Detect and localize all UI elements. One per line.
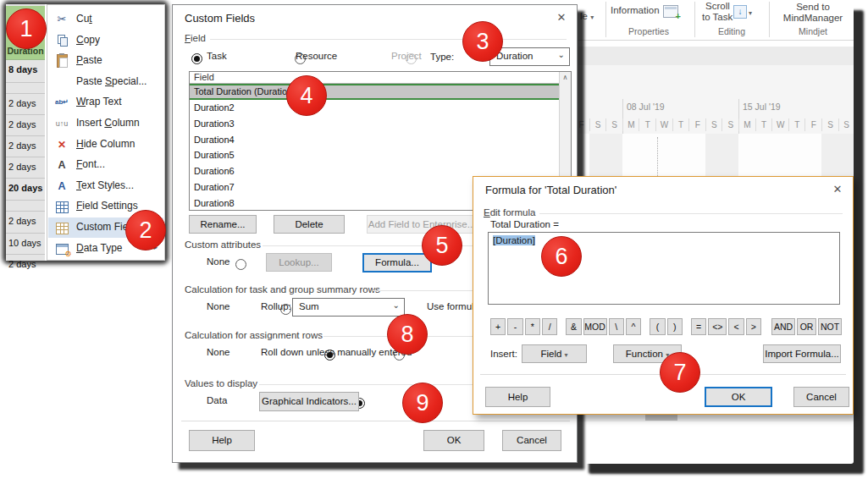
op-minus-button[interactable]: - bbox=[507, 318, 522, 335]
op-mod-button[interactable]: MOD bbox=[583, 318, 607, 335]
task-radio-label[interactable]: Task bbox=[207, 51, 227, 61]
group-divider bbox=[210, 39, 567, 40]
cancel-button[interactable]: Cancel bbox=[793, 387, 849, 407]
step-badge-9: 9 bbox=[402, 383, 443, 423]
scroll-to-task-button[interactable]: Scroll bbox=[705, 1, 730, 11]
menu-item-copy[interactable]: Copy bbox=[48, 30, 163, 51]
rename-button[interactable]: Rename... bbox=[189, 215, 257, 234]
close-icon[interactable]: ✕ bbox=[551, 9, 572, 26]
scroll-up-icon[interactable]: ∧ bbox=[560, 74, 571, 81]
op-or-button[interactable]: OR bbox=[797, 318, 816, 335]
field-list-row[interactable]: Duration3 bbox=[190, 116, 560, 132]
op-plus-button[interactable]: + bbox=[490, 318, 506, 335]
help-button[interactable]: Help bbox=[485, 387, 550, 407]
field-list-header[interactable]: Field bbox=[190, 72, 560, 84]
formula-field-label: Total Duration = bbox=[490, 219, 559, 229]
cancel-button[interactable]: Cancel bbox=[502, 430, 561, 451]
information-button[interactable]: Information bbox=[611, 5, 660, 15]
op-equals-button[interactable]: = bbox=[691, 318, 706, 335]
timeline-day: S bbox=[605, 118, 622, 131]
menu-item-text-styles[interactable]: A Text Styles... bbox=[48, 176, 163, 196]
table-row[interactable]: 2 days bbox=[6, 157, 45, 179]
menu-item-paste-special[interactable]: Paste Special... bbox=[48, 72, 163, 92]
task-radio[interactable] bbox=[191, 53, 202, 64]
formula-input[interactable]: [Duration] bbox=[488, 232, 840, 305]
field-list-row[interactable]: Duration5 bbox=[190, 147, 560, 163]
type-dropdown[interactable]: Duration ⌄ bbox=[489, 47, 570, 66]
table-row[interactable]: 2 days bbox=[6, 255, 45, 261]
rollup-label[interactable]: Rollup: bbox=[261, 301, 291, 311]
table-row[interactable]: 8 days bbox=[6, 60, 45, 83]
menu-item-paste[interactable]: Paste bbox=[48, 51, 163, 71]
field-list-row[interactable]: Duration2 bbox=[190, 100, 560, 116]
close-icon[interactable]: ✕ bbox=[827, 181, 848, 198]
op-open-paren-button[interactable]: ( bbox=[650, 318, 665, 335]
table-row[interactable]: 20 days bbox=[6, 179, 45, 201]
table-row[interactable]: 2 days bbox=[6, 94, 45, 115]
ok-button[interactable]: OK bbox=[705, 387, 772, 407]
ok-button[interactable]: OK bbox=[423, 430, 484, 451]
scroll-to-task-button-line2[interactable]: to Task bbox=[702, 12, 733, 22]
use-formula-label[interactable]: Use formula bbox=[427, 301, 479, 311]
ribbon-group-properties: Properties bbox=[611, 26, 687, 36]
ribbon-divider bbox=[605, 2, 606, 37]
step-badge-5: 5 bbox=[422, 225, 462, 266]
field-group-label: Field bbox=[185, 33, 206, 43]
op-notequal-button[interactable]: <> bbox=[708, 318, 727, 335]
menu-item-wrap-text[interactable]: ab↵ Wrap Text bbox=[48, 92, 163, 113]
menu-item-insert-column[interactable]: u↑u Insert Column bbox=[48, 113, 163, 134]
rollup-dropdown[interactable]: Sum ⌄ bbox=[292, 298, 405, 317]
project-radio-label: Project bbox=[391, 51, 422, 61]
op-close-paren-button[interactable]: ) bbox=[667, 318, 683, 335]
chevron-down-icon: ⌄ bbox=[558, 50, 565, 59]
import-formula-button[interactable]: Import Formula... bbox=[763, 344, 841, 363]
truncated-ribbon-button[interactable]: le ▾ bbox=[580, 11, 594, 21]
selected-formula-text: [Duration] bbox=[493, 235, 535, 245]
formula-button[interactable]: Formula... bbox=[362, 253, 432, 273]
add-field-to-enterprise-button: Add Field to Enterprise... bbox=[367, 215, 477, 234]
op-power-button[interactable]: ^ bbox=[626, 318, 641, 335]
field-list-row[interactable]: Duration4 bbox=[190, 132, 560, 148]
delete-button[interactable]: Delete bbox=[274, 215, 345, 234]
step-badge-7: 7 bbox=[660, 352, 700, 393]
op-and-button[interactable]: AND bbox=[771, 318, 795, 335]
menu-item-hide-column[interactable]: ✕ Hide Column bbox=[48, 135, 163, 155]
op-not-button[interactable]: NOT bbox=[818, 318, 842, 335]
table-row[interactable] bbox=[6, 201, 45, 212]
op-concat-button[interactable]: & bbox=[566, 318, 581, 335]
table-row[interactable]: 2 days bbox=[6, 212, 45, 234]
chevron-down-icon[interactable]: ▾ bbox=[749, 9, 752, 17]
op-less-button[interactable]: < bbox=[728, 318, 744, 335]
table-row[interactable]: 2 days bbox=[6, 136, 45, 157]
op-intdiv-button[interactable]: \ bbox=[609, 318, 624, 335]
table-row[interactable] bbox=[6, 83, 45, 94]
lookup-button: Lookup... bbox=[266, 253, 332, 272]
view-strip bbox=[578, 47, 854, 65]
table-row[interactable]: 10 days bbox=[6, 234, 45, 255]
op-greater-button[interactable]: > bbox=[746, 318, 761, 335]
data-radio-label[interactable]: Data bbox=[207, 395, 227, 405]
rolldown-label[interactable]: Roll down unless manually entered bbox=[261, 347, 412, 357]
menu-item-cut[interactable]: ✂ Cut bbox=[48, 9, 163, 30]
custom-attributes-label: Custom attributes bbox=[185, 240, 261, 250]
assignment-none-label[interactable]: None bbox=[207, 347, 230, 357]
chevron-down-icon: ⌄ bbox=[393, 300, 400, 310]
insert-field-button[interactable]: Field ▾ bbox=[522, 344, 587, 363]
resource-radio-label[interactable]: Resource bbox=[296, 51, 337, 61]
op-divide-button[interactable]: / bbox=[542, 318, 557, 335]
send-to-mindmanager-button[interactable]: Send to bbox=[775, 2, 851, 12]
table-row[interactable]: 2 days bbox=[6, 115, 45, 136]
timeline-day: F bbox=[804, 118, 821, 131]
op-multiply-button[interactable]: * bbox=[525, 318, 540, 335]
scrollbar-thumb[interactable] bbox=[645, 415, 677, 421]
menu-item-font[interactable]: A Font... bbox=[48, 155, 163, 175]
type-label: Type: bbox=[430, 52, 454, 62]
field-settings-icon bbox=[53, 199, 70, 214]
attributes-none-label[interactable]: None bbox=[207, 256, 230, 267]
summary-none-label[interactable]: None bbox=[207, 301, 230, 311]
attributes-none-radio[interactable] bbox=[235, 259, 246, 270]
field-list-row-selected[interactable]: Total Duration (Duration1) bbox=[190, 84, 560, 100]
graphical-indicators-button[interactable]: Graphical Indicators... bbox=[259, 392, 359, 411]
send-to-mindmanager-button-line2[interactable]: MindManager bbox=[775, 13, 851, 23]
help-button[interactable]: Help bbox=[189, 430, 255, 451]
